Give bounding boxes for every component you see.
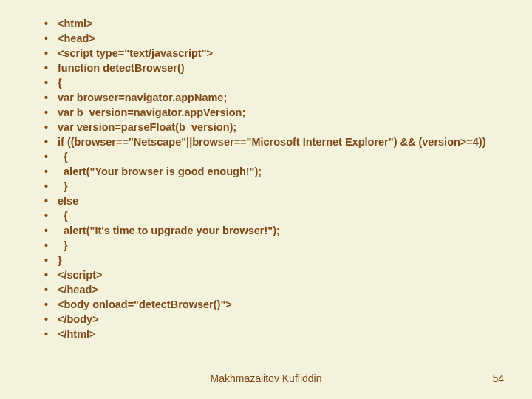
code-line: <head> [40, 31, 492, 46]
code-line: var browser=navigator.appName; [40, 90, 492, 105]
code-line: else [40, 194, 492, 208]
code-line: var b_version=navigator.appVersion; [40, 105, 492, 120]
code-line: } [40, 179, 492, 194]
code-line: { [40, 75, 492, 90]
code-line: var version=parseFloat(b_version); [40, 120, 492, 134]
code-list: <html><head><script type="text/javascrip… [40, 16, 492, 341]
code-line: alert("It's time to upgrade your browser… [40, 223, 492, 238]
code-line: </script> [40, 267, 492, 282]
footer-author: Makhmazaiitov Kufliddin [0, 372, 532, 384]
code-line: </html> [40, 327, 492, 341]
code-line: function detectBrowser() [40, 61, 492, 75]
code-line: { [40, 208, 492, 223]
code-line: { [40, 149, 492, 164]
code-line: <html> [40, 16, 492, 31]
code-line: } [40, 253, 492, 267]
code-line: </body> [40, 312, 492, 327]
code-line: } [40, 238, 492, 253]
code-line: </head> [40, 282, 492, 297]
code-line: <script type="text/javascript"> [40, 46, 492, 61]
page-number: 54 [492, 372, 504, 384]
slide: <html><head><script type="text/javascrip… [0, 0, 532, 399]
code-line: if ((browser=="Netscape"||browser=="Micr… [40, 134, 492, 149]
code-line: alert("Your browser is good enough!"); [40, 164, 492, 179]
code-line: <body onload="detectBrowser()"> [40, 297, 492, 312]
